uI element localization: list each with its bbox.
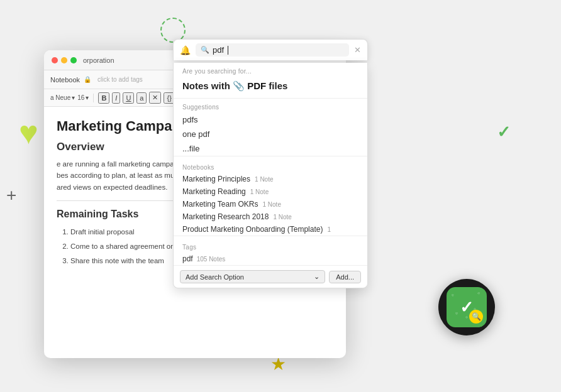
notebook-item[interactable]: Marketing Team OKRs 1 Note	[174, 198, 367, 210]
window-title: orporation	[83, 57, 114, 64]
notebook-item[interactable]: Marketing Principles 1 Note	[174, 173, 367, 185]
notebook-item[interactable]: Marketing Reading 1 Note	[174, 185, 367, 198]
size-chevron-icon: ▾	[86, 94, 89, 101]
search-dropdown: Are you searching for... Notes with 📎 PD…	[173, 63, 368, 288]
font-selector[interactable]: a Neue ▾	[50, 94, 75, 101]
add-search-button[interactable]: Add...	[329, 271, 361, 283]
italic-button[interactable]: I	[112, 92, 120, 104]
search-bar: 🔔 🔍 pdf ✕	[173, 39, 368, 60]
search-clear-button[interactable]: ✕	[354, 45, 361, 55]
font-name: a Neue	[50, 94, 70, 101]
bold-button[interactable]: B	[98, 92, 109, 104]
search-input-wrapper[interactable]: 🔍 pdf	[196, 43, 349, 57]
minimize-button[interactable]	[61, 57, 67, 63]
notebook-item[interactable]: Marketing Research 2018 1 Note	[174, 210, 367, 223]
cursor	[228, 46, 228, 55]
search-highlight-text: Notes with 📎 PDF files	[182, 80, 287, 91]
tags-label: Tags	[174, 239, 367, 253]
close-button[interactable]	[52, 57, 58, 63]
notebook-item[interactable]: Product Marketing Onboarding (Template) …	[174, 223, 367, 236]
tags-section: Tags pdf 105 Notes	[174, 236, 367, 265]
app-icon-circle: ✓ 🔍	[438, 279, 495, 335]
bell-icon[interactable]: 🔔	[180, 45, 191, 55]
add-search-bar: Add Search Option ⌄ Add...	[174, 265, 367, 288]
traffic-lights	[52, 57, 77, 63]
lock-icon: 🔒	[84, 76, 91, 83]
suggestion-item[interactable]: one pdf	[174, 127, 367, 141]
suggestion-item[interactable]: pdfs	[174, 112, 367, 127]
suggestion-item[interactable]: ...file	[174, 141, 367, 156]
paperclip-icon: 📎	[233, 80, 245, 91]
search-highlight-row[interactable]: Notes with 📎 PDF files	[174, 77, 367, 99]
notebooks-label: Notebooks	[174, 159, 367, 173]
decorative-plus: +	[6, 185, 16, 205]
search-magnifier-icon: 🔍	[201, 46, 209, 54]
tag-item[interactable]: pdf 105 Notes	[174, 253, 367, 265]
app-icon: ✓ 🔍	[447, 287, 487, 327]
strikethrough-button[interactable]: a	[136, 92, 147, 104]
search-bar-inner: 🔔 🔍 pdf ✕	[174, 40, 367, 60]
add-search-select[interactable]: Add Search Option ⌄	[180, 270, 325, 283]
searching-for-label: Are you searching for...	[174, 63, 367, 77]
tag-hint[interactable]: click to add tags	[97, 76, 143, 83]
notebooks-section: Notebooks Marketing Principles 1 Note Ma…	[174, 156, 367, 236]
app-icon-check: ✓	[460, 298, 474, 317]
suggestions-label: Suggestions	[174, 99, 367, 112]
add-search-chevron-icon: ⌄	[314, 273, 319, 281]
font-size-selector[interactable]: 16 ▾	[77, 94, 89, 101]
add-search-label: Add Search Option	[186, 273, 244, 281]
font-chevron-icon: ▾	[72, 94, 75, 101]
format-divider-1	[93, 94, 94, 102]
clear-format-button[interactable]: ✕	[149, 92, 161, 104]
notebook-label: Notebook	[50, 76, 80, 84]
underline-button[interactable]: U	[123, 92, 134, 104]
maximize-button[interactable]	[70, 57, 77, 63]
font-size: 16	[77, 94, 84, 101]
decorative-checkmark: ✓	[497, 122, 511, 142]
search-query-text[interactable]: pdf	[213, 45, 224, 55]
